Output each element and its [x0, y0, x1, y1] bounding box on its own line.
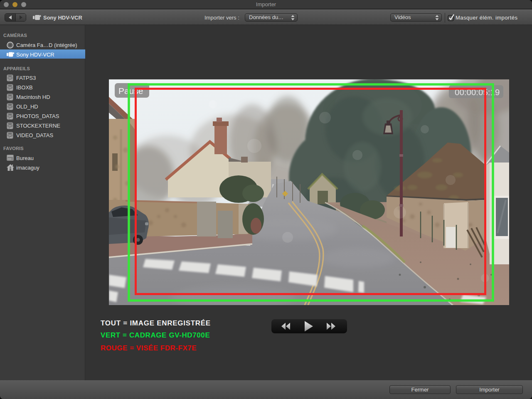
svg-text:Pause: Pause [118, 86, 143, 96]
